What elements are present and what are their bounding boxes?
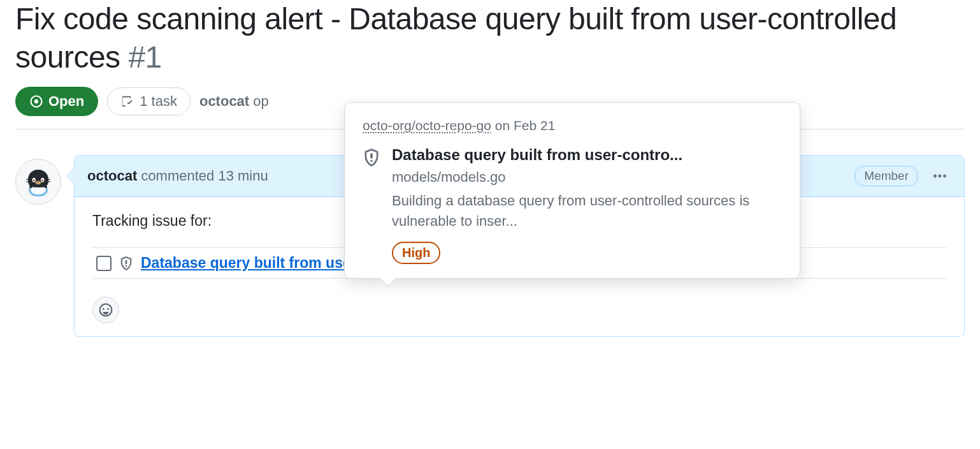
- issue-author[interactable]: octocat: [199, 93, 249, 109]
- hovercard-breadcrumb: octo-org/octo-repo-go on Feb 21: [363, 118, 782, 133]
- hovercard-description: Building a database query from user-con­…: [392, 191, 782, 232]
- hovercard-title: Database query built from user-contro...: [392, 146, 782, 164]
- kebab-icon: [932, 168, 948, 184]
- comment-header-right: Member: [854, 165, 951, 188]
- svg-point-12: [933, 175, 937, 178]
- issue-title: Fix code scanning alert - Database query…: [15, 0, 965, 77]
- add-reaction-button[interactable]: [92, 297, 119, 323]
- tasklist-icon: [120, 94, 134, 108]
- comment-timestamp: 13 minu: [218, 168, 268, 184]
- state-badge-open: Open: [15, 87, 98, 116]
- octocat-icon: [21, 165, 55, 199]
- svg-point-13: [939, 175, 942, 178]
- shield-alert-icon: [363, 149, 380, 166]
- svg-point-5: [41, 179, 43, 181]
- comment-action: commented: [141, 168, 214, 184]
- comment-author[interactable]: octocat: [87, 168, 137, 184]
- role-badge: Member: [854, 166, 918, 186]
- comment-actions-menu[interactable]: [928, 165, 951, 188]
- issue-opened-by: octocat op: [199, 93, 269, 110]
- reactions-row: [92, 297, 946, 323]
- smiley-icon: [98, 302, 113, 318]
- tasks-pill[interactable]: 1 task: [107, 87, 191, 115]
- comment-header-left: octocat commented 13 minu: [87, 168, 268, 184]
- task-checkbox[interactable]: [96, 256, 112, 271]
- tasks-count-label: 1 task: [140, 93, 177, 110]
- issue-number: #1: [128, 40, 161, 74]
- state-badge-label: Open: [48, 93, 84, 110]
- hovercard-main: Database query built from user-contro...…: [363, 146, 782, 264]
- hovercard: octo-org/octo-repo-go on Feb 21 Database…: [344, 102, 800, 279]
- svg-point-7: [38, 182, 39, 183]
- severity-badge: High: [392, 242, 440, 264]
- hovercard-date: on Feb 21: [495, 118, 556, 133]
- svg-point-4: [33, 179, 35, 181]
- avatar[interactable]: [15, 159, 61, 205]
- issue-opened-verb: op: [253, 93, 268, 109]
- issue-open-icon: [29, 94, 43, 108]
- svg-point-14: [943, 175, 946, 178]
- hovercard-repo-link[interactable]: octo-org/octo-repo-go: [363, 118, 491, 133]
- shield-icon: [119, 256, 133, 270]
- hovercard-file-path: models/models.go: [392, 169, 782, 186]
- hovercard-content: Database query built from user-contro...…: [392, 146, 782, 264]
- svg-point-0: [34, 99, 38, 103]
